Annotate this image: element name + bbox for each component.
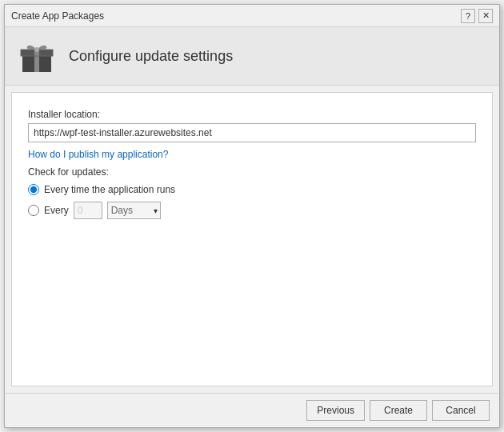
days-dropdown[interactable]: Days Hours Minutes <box>107 202 161 219</box>
publish-link[interactable]: How do I publish my application? <box>28 149 168 160</box>
days-dropdown-wrapper: Days Hours Minutes <box>107 202 161 219</box>
radio-every-time-row: Every time the application runs <box>28 184 476 195</box>
title-bar-buttons: ? ✕ <box>461 9 493 23</box>
check-updates-label: Check for updates: <box>28 166 476 178</box>
header-title: Configure update settings <box>69 48 233 65</box>
footer: Previous Create Cancel <box>5 393 499 427</box>
title-bar: Create App Packages ? ✕ <box>5 5 499 27</box>
svg-rect-2 <box>34 50 39 72</box>
radio-every-row: Every Days Hours Minutes <box>28 202 476 219</box>
gift-icon <box>18 37 56 75</box>
header-section: Configure update settings <box>5 27 499 86</box>
radio-every-label: Every <box>44 205 69 216</box>
help-button[interactable]: ? <box>461 9 475 23</box>
svg-point-4 <box>34 47 39 52</box>
dialog-title: Create App Packages <box>11 10 104 22</box>
main-content: Installer location: How do I publish my … <box>11 92 493 386</box>
installer-label: Installer location: <box>28 109 476 120</box>
every-value-input[interactable] <box>74 202 102 219</box>
radio-every[interactable] <box>28 205 39 216</box>
create-button[interactable]: Create <box>370 400 427 421</box>
radio-every-time-label: Every time the application runs <box>44 184 175 195</box>
radio-every-time[interactable] <box>28 184 39 195</box>
previous-button[interactable]: Previous <box>306 400 365 421</box>
dialog: Create App Packages ? ✕ Configure update… <box>4 4 500 428</box>
close-button[interactable]: ✕ <box>478 9 493 23</box>
cancel-button[interactable]: Cancel <box>432 400 490 421</box>
installer-input[interactable] <box>28 123 476 142</box>
